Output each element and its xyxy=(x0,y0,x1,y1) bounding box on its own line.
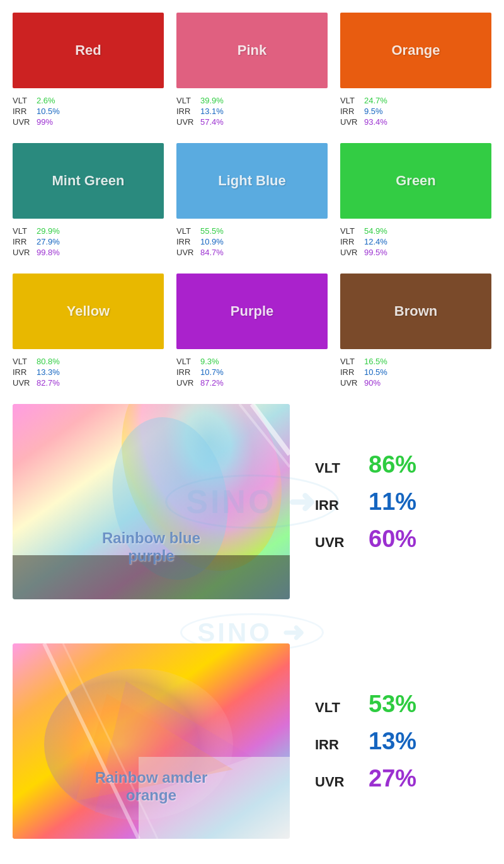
irr-value: 27.9% xyxy=(37,237,60,246)
uvr-value: 93.4% xyxy=(364,117,387,127)
rainbow-name-1: Rainbow blue purple xyxy=(82,529,220,565)
stats-yellow: VLT 80.8% IRR 13.3% UVR 82.7% xyxy=(13,354,164,391)
stats-mint-green: VLT 29.9% IRR 27.9% UVR 99.8% xyxy=(13,224,164,261)
uvr-label: UVR xyxy=(340,248,364,257)
swatch-label-orange: Orange xyxy=(391,42,440,59)
rainbow-stat-irr-1: IRR 11% xyxy=(315,488,491,516)
vlt-value: 55.5% xyxy=(200,226,224,236)
stat-row-irr: IRR 9.5% xyxy=(340,107,491,116)
row-3: Yellow VLT 80.8% IRR 13.3% UVR 82.7% Pu xyxy=(13,274,491,391)
rainbow-vlt-value-1: 86% xyxy=(369,451,416,478)
vlt-value: 24.7% xyxy=(364,96,387,105)
stat-row-uvr: UVR 87.2% xyxy=(176,378,328,388)
irr-value: 10.7% xyxy=(200,367,224,377)
irr-value: 10.5% xyxy=(37,107,60,116)
irr-value: 9.5% xyxy=(364,107,383,116)
vlt-value: 39.9% xyxy=(200,96,224,105)
stat-row-irr: IRR 13.3% xyxy=(13,367,164,377)
stat-row-uvr: UVR 57.4% xyxy=(176,117,328,127)
swatch-light-blue: Light Blue xyxy=(176,143,328,219)
card-orange: Orange VLT 24.7% IRR 9.5% UVR 93.4% xyxy=(340,13,491,130)
uvr-label: UVR xyxy=(315,534,350,551)
vlt-label: VLT xyxy=(340,357,364,366)
stat-row-irr: IRR 10.9% xyxy=(176,237,328,246)
stat-row-irr: IRR 27.9% xyxy=(13,237,164,246)
rainbow-stat-uvr-1: UVR 60% xyxy=(315,526,491,553)
rainbow-section-1: SINO ➜ xyxy=(13,404,491,599)
irr-value: 10.9% xyxy=(200,237,224,246)
card-green: Green VLT 54.9% IRR 12.4% UVR 99.5% xyxy=(340,143,491,261)
swatch-yellow: Yellow xyxy=(13,274,164,349)
irr-label: IRR xyxy=(176,237,200,246)
irr-label: IRR xyxy=(13,107,37,116)
stat-row-uvr: UVR 99.8% xyxy=(13,248,164,257)
stat-row-uvr: UVR 84.7% xyxy=(176,248,328,257)
stats-red: VLT 2.6% IRR 10.5% UVR 99% xyxy=(13,93,164,130)
uvr-value: 57.4% xyxy=(200,117,224,127)
vlt-label: VLT xyxy=(13,226,37,236)
card-red: Red VLT 2.6% IRR 10.5% UVR 99% xyxy=(13,13,164,130)
watermark-divider: SINO ➜ xyxy=(13,612,491,643)
uvr-label: UVR xyxy=(13,378,37,388)
swatch-label-mint-green: Mint Green xyxy=(52,173,125,189)
swatch-brown: Brown xyxy=(340,274,491,349)
card-light-blue: Light Blue VLT 55.5% IRR 10.9% UVR 84.7% xyxy=(176,143,328,261)
uvr-label: UVR xyxy=(13,248,37,257)
irr-label: IRR xyxy=(340,367,364,377)
stat-row-vlt: VLT 24.7% xyxy=(340,96,491,105)
stat-row-uvr: UVR 82.7% xyxy=(13,378,164,388)
stat-row-irr: IRR 10.7% xyxy=(176,367,328,377)
stat-row-uvr: UVR 99% xyxy=(13,117,164,127)
uvr-label: UVR xyxy=(340,117,364,127)
vlt-label: VLT xyxy=(13,96,37,105)
rainbow-vlt-value-2: 53% xyxy=(369,691,416,718)
uvr-label: UVR xyxy=(176,117,200,127)
swatch-label-pink: Pink xyxy=(238,42,266,59)
stat-row-vlt: VLT 29.9% xyxy=(13,226,164,236)
stats-light-blue: VLT 55.5% IRR 10.9% UVR 84.7% xyxy=(176,224,328,261)
irr-label: IRR xyxy=(315,497,350,514)
swatch-orange: Orange xyxy=(340,13,491,88)
swatch-green: Green xyxy=(340,143,491,219)
uvr-value: 87.2% xyxy=(200,378,224,388)
uvr-label: UVR xyxy=(176,378,200,388)
swatch-label-green: Green xyxy=(396,173,436,189)
vlt-value: 29.9% xyxy=(37,226,60,236)
card-pink: Pink VLT 39.9% IRR 13.1% UVR 57.4% xyxy=(176,13,328,130)
irr-value: 13.3% xyxy=(37,367,60,377)
vlt-value: 80.8% xyxy=(37,357,60,366)
uvr-label: UVR xyxy=(13,117,37,127)
vlt-value: 9.3% xyxy=(200,357,219,366)
irr-label: IRR xyxy=(340,237,364,246)
uvr-value: 99% xyxy=(37,117,53,127)
uvr-label: UVR xyxy=(315,774,350,790)
vlt-label: VLT xyxy=(315,700,350,716)
card-mint-green: Mint Green VLT 29.9% IRR 27.9% UVR 99.8% xyxy=(13,143,164,261)
vlt-value: 54.9% xyxy=(364,226,387,236)
swatch-red: Red xyxy=(13,13,164,88)
main-container: Red VLT 2.6% IRR 10.5% UVR 99% Pink xyxy=(0,0,504,864)
stat-row-uvr: UVR 99.5% xyxy=(340,248,491,257)
uvr-value: 82.7% xyxy=(37,378,60,388)
vlt-label: VLT xyxy=(340,96,364,105)
uvr-value: 90% xyxy=(364,378,381,388)
rainbow-name-2: Rainbow amder orange xyxy=(82,769,220,804)
swatch-purple: Purple xyxy=(176,274,328,349)
uvr-label: UVR xyxy=(340,378,364,388)
vlt-label: VLT xyxy=(176,357,200,366)
stat-row-vlt: VLT 9.3% xyxy=(176,357,328,366)
stat-row-vlt: VLT 2.6% xyxy=(13,96,164,105)
stats-pink: VLT 39.9% IRR 13.1% UVR 57.4% xyxy=(176,93,328,130)
uvr-value: 99.5% xyxy=(364,248,387,257)
swatch-pink: Pink xyxy=(176,13,328,88)
row-2: Mint Green VLT 29.9% IRR 27.9% UVR 99.8% xyxy=(13,143,491,261)
irr-value: 10.5% xyxy=(364,367,387,377)
stat-row-vlt: VLT 54.9% xyxy=(340,226,491,236)
stats-orange: VLT 24.7% IRR 9.5% UVR 93.4% xyxy=(340,93,491,130)
irr-value: 12.4% xyxy=(364,237,387,246)
rainbow-irr-value-2: 13% xyxy=(369,728,416,755)
rainbow-image-2: Rainbow amder orange xyxy=(13,643,290,839)
irr-label: IRR xyxy=(176,107,200,116)
vlt-value: 16.5% xyxy=(364,357,387,366)
vlt-label: VLT xyxy=(176,96,200,105)
